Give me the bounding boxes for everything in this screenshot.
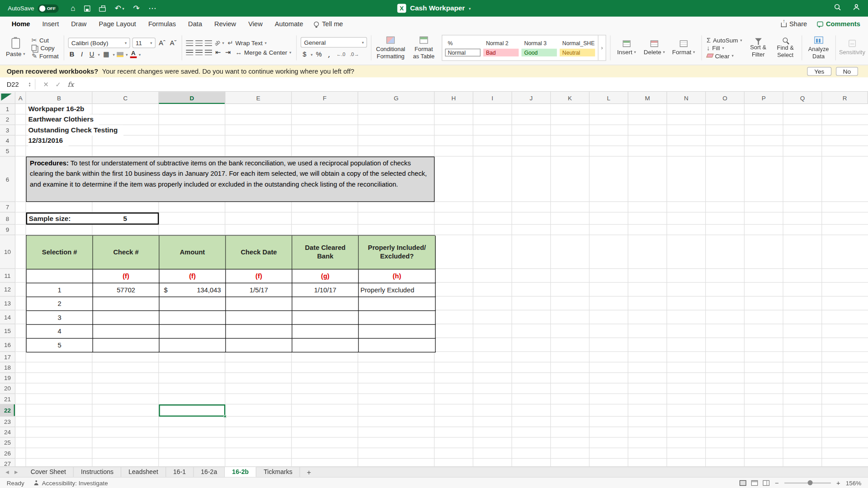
underline-button[interactable]: U (88, 50, 96, 58)
analyze-data-button[interactable]: Analyze Data (806, 33, 831, 63)
column-header-r[interactable]: R (822, 92, 868, 104)
column-header-o[interactable]: O (706, 92, 745, 104)
column-header-j[interactable]: J (512, 92, 551, 104)
row-header-2[interactable]: 2 (0, 114, 15, 125)
paste-button[interactable]: Paste▾ (3, 37, 28, 58)
percent-style-button[interactable]: % (315, 50, 323, 58)
row-header-12[interactable]: 12 (0, 283, 15, 297)
cell-selection-number[interactable]: 4 (27, 325, 93, 339)
decrease-indent-button[interactable]: ⇤ (214, 48, 222, 56)
row-header-7[interactable]: 7 (0, 202, 15, 212)
cell-result[interactable] (359, 311, 435, 325)
column-header-k[interactable]: K (551, 92, 590, 104)
column-header-q[interactable]: Q (783, 92, 822, 104)
column-header-f[interactable]: F (292, 92, 358, 104)
print-icon[interactable] (99, 7, 106, 11)
cell-b3[interactable]: Outstanding Check Testing (28, 125, 123, 136)
banner-no-button[interactable]: No (836, 67, 858, 76)
styles-gallery-more-button[interactable]: › (598, 35, 605, 60)
clear-button[interactable]: Clear▾ (706, 52, 743, 59)
row-header-11[interactable]: 11 (0, 269, 15, 283)
align-top-icon[interactable] (186, 40, 193, 46)
style-normal[interactable]: Normal (445, 49, 480, 56)
column-header-h[interactable]: H (434, 92, 473, 104)
enter-icon[interactable]: ✓ (52, 80, 64, 88)
italic-button[interactable]: I (78, 50, 86, 58)
normal-view-button[interactable] (740, 480, 746, 485)
row-header-15[interactable]: 15 (0, 324, 15, 338)
cell-check-number[interactable] (93, 297, 160, 311)
row-header-21[interactable]: 21 (0, 394, 15, 404)
row-header-20[interactable]: 20 (0, 384, 15, 394)
zoom-out-button[interactable]: − (774, 479, 779, 487)
zoom-in-button[interactable]: + (836, 479, 841, 487)
align-left-icon[interactable] (186, 50, 193, 55)
format-painter-button[interactable]: ✎Format (30, 52, 60, 59)
name-box-stepper[interactable]: ▴ ▾ (29, 82, 31, 87)
tell-me-button[interactable]: Tell me (314, 20, 343, 28)
insert-cells-button[interactable]: Insert▾ (614, 39, 639, 57)
account-icon[interactable] (853, 3, 860, 13)
ribbon-tab-formulas[interactable]: Formulas (142, 17, 182, 31)
merge-center-button[interactable]: ↔Merge & Center▾ (234, 49, 292, 56)
fill-handle[interactable] (224, 415, 226, 418)
procedures-box[interactable]: Procedures: To test for understatement o… (26, 157, 435, 202)
sheet-tab-instructions[interactable]: Instructions (74, 467, 121, 477)
style-[interactable]: % (445, 39, 480, 47)
cancel-icon[interactable]: ✕ (40, 80, 52, 88)
cell-amount[interactable] (160, 325, 226, 339)
zoom-slider[interactable] (784, 482, 831, 483)
row-header-3[interactable]: 3 (0, 125, 15, 136)
sheet-tab-leadsheet[interactable]: Leadsheet (121, 467, 166, 477)
row-header-18[interactable]: 18 (0, 362, 15, 373)
row-header-19[interactable]: 19 (0, 373, 15, 383)
align-bottom-icon[interactable] (205, 40, 212, 46)
style-normal-2[interactable]: Normal 2 (483, 39, 519, 47)
wrap-text-button[interactable]: ↵Wrap Text▾ (226, 40, 268, 47)
cell-result[interactable] (359, 325, 435, 339)
column-header-g[interactable]: G (358, 92, 434, 104)
find-select-button[interactable]: Find & Select (773, 37, 797, 59)
cell-check-number[interactable] (93, 325, 160, 339)
column-header-c[interactable]: C (92, 92, 159, 104)
ribbon-tab-page-layout[interactable]: Page Layout (93, 17, 142, 31)
align-right-icon[interactable] (205, 50, 212, 55)
save-icon[interactable] (84, 5, 90, 11)
column-header-l[interactable]: L (590, 92, 628, 104)
active-cell-outline[interactable] (159, 404, 225, 417)
add-sheet-button[interactable]: + (300, 467, 318, 477)
conditional-formatting-button[interactable]: Conditional Formatting (375, 36, 406, 60)
page-layout-view-button[interactable] (751, 480, 758, 485)
font-color-button[interactable]: A (130, 50, 137, 58)
cell-amount[interactable] (160, 338, 226, 352)
comma-style-button[interactable]: , (325, 50, 333, 59)
cell-result[interactable]: Properly Excluded (359, 283, 435, 297)
copy-button[interactable]: Copy (30, 45, 60, 52)
row-header-9[interactable]: 9 (0, 225, 15, 235)
align-middle-icon[interactable] (195, 40, 203, 46)
sheet-tab-cover-sheet[interactable]: Cover Sheet (24, 467, 74, 477)
row-header-23[interactable]: 23 (0, 417, 15, 427)
decrease-decimal-button[interactable]: .0→ (349, 52, 360, 57)
sheet-tab-16-2a[interactable]: 16-2a (193, 467, 225, 477)
redo-icon[interactable]: ↷ (133, 5, 139, 12)
column-header-e[interactable]: E (225, 92, 292, 104)
cell-selection-number[interactable]: 3 (27, 311, 93, 325)
ribbon-tab-view[interactable]: View (242, 17, 269, 31)
name-box[interactable]: D22 (0, 80, 29, 88)
column-header-p[interactable]: P (745, 92, 783, 104)
cell-result[interactable] (359, 338, 435, 352)
cell-check-number[interactable] (93, 311, 160, 325)
row-header-8[interactable]: 8 (0, 212, 15, 225)
ribbon-tab-insert[interactable]: Insert (36, 17, 65, 31)
sort-filter-button[interactable]: Sort & Filter (746, 38, 770, 59)
share-button[interactable]: Share (781, 20, 807, 28)
row-header-5[interactable]: 5 (0, 146, 15, 156)
row-header-16[interactable]: 16 (0, 338, 15, 352)
autosum-button[interactable]: ΣAutoSum▾ (706, 37, 743, 43)
cell-check-date[interactable] (226, 297, 292, 311)
cell-b4[interactable]: 12/31/2016 (28, 136, 68, 146)
row-header-24[interactable]: 24 (0, 427, 15, 437)
sheet-tab-right-icon[interactable]: ▶ (14, 469, 18, 474)
ribbon-tab-draw[interactable]: Draw (65, 17, 93, 31)
